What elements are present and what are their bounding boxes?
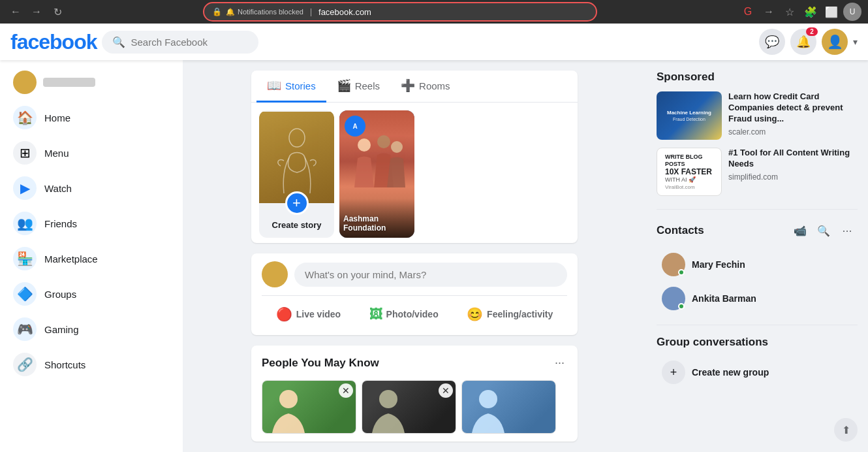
messenger-button[interactable]: 💬 <box>759 29 785 55</box>
tab-reels[interactable]: 🎬 Reels <box>326 71 390 103</box>
messenger-icon: 💬 <box>765 35 779 49</box>
back-button[interactable]: ← <box>7 3 25 21</box>
pymk-person-1-img-wrap: ✕ <box>262 381 356 433</box>
stories-tab-icon: 📖 <box>267 78 281 93</box>
search-contacts-button[interactable]: 🔍 <box>813 220 834 241</box>
contacts-more-options[interactable]: ··· <box>837 220 858 241</box>
browser-nav-buttons: ← → ↻ <box>7 3 67 21</box>
create-new-group-button[interactable]: + Create new group <box>657 357 858 388</box>
ad-item-2[interactable]: WRITE BLOG POSTS 10X FASTER WITH AI 🚀 Vi… <box>657 148 858 196</box>
address-text: facebook.com <box>318 7 588 17</box>
browser-right-icons: G → ☆ 🧩 ⬜ U <box>739 3 861 21</box>
notifications-button[interactable]: 🔔 2 <box>790 29 816 55</box>
google-icon[interactable]: G <box>739 3 757 21</box>
sidebar-user-name <box>43 78 95 87</box>
search-bar[interactable]: 🔍 <box>102 31 258 54</box>
reload-button[interactable]: ↻ <box>48 3 67 21</box>
notification-blocked-text: 🔔 Notifications blocked <box>226 8 303 16</box>
menu-icon: ⊞ <box>13 141 37 165</box>
ad-2-text: #1 Tool for All Content Writing Needs si… <box>728 148 858 196</box>
right-sidebar: Sponsored Machine Learning Fraud Detecti… <box>646 60 868 452</box>
sidebar-item-groups[interactable]: 🔷 Groups <box>5 277 178 311</box>
ad-2-image: WRITE BLOG POSTS 10X FASTER WITH AI 🚀 Vi… <box>657 148 722 196</box>
contacts-actions: 📹 🔍 ··· <box>790 220 858 241</box>
create-story-plus-icon: + <box>285 191 309 215</box>
pymk-close-2-button[interactable]: ✕ <box>439 383 453 398</box>
profile-avatar-browser[interactable]: U <box>843 3 861 21</box>
sidebar-item-marketplace[interactable]: 🏪 Marketplace <box>5 242 178 276</box>
sidebar-item-friends[interactable]: 👥 Friends <box>5 206 178 240</box>
contacts-header: Contacts 📹 🔍 ··· <box>657 220 858 241</box>
center-content: 📖 Stories 🎬 Reels ➕ Rooms <box>183 60 646 452</box>
reels-tab-icon: 🎬 <box>337 78 351 93</box>
photo-video-button[interactable]: 🖼 Photo/video <box>362 302 446 327</box>
create-story-label: Create story <box>272 220 322 230</box>
header-right-actions: 💬 🔔 2 👤 ▾ <box>759 29 858 55</box>
chevron-down-icon[interactable]: ▾ <box>853 37 858 47</box>
online-status-mary <box>678 269 685 276</box>
contact-name-mary: Mary Fechin <box>692 259 745 270</box>
create-group-label: Create new group <box>692 367 769 378</box>
share-icon[interactable]: → <box>760 3 778 21</box>
sidebar-item-label-gaming: Gaming <box>44 324 79 335</box>
left-sidebar: 🏠 Home ⊞ Menu ▶ Watch 👥 Friends 🏪 Market… <box>0 60 183 452</box>
extensions-icon[interactable]: 🧩 <box>801 3 820 21</box>
ad-1-source: scaler.com <box>728 127 858 137</box>
pymk-header: People You May Know ··· <box>262 353 567 372</box>
shortcuts-icon: 🔗 <box>13 353 37 376</box>
separator: | <box>310 7 312 16</box>
forward-button[interactable]: → <box>27 3 46 21</box>
wom-actions: 🔴 Live video 🖼 Photo/video 😊 Feeling/act… <box>262 295 567 327</box>
live-video-button[interactable]: 🔴 Live video <box>268 301 349 327</box>
sidebar-item-label-friends: Friends <box>44 218 77 229</box>
pymk-more-options[interactable]: ··· <box>552 353 567 372</box>
photo-video-icon: 🖼 <box>369 307 382 322</box>
tab-stories[interactable]: 📖 Stories <box>256 71 326 103</box>
sidebar-item-label-menu: Menu <box>44 148 69 159</box>
star-icon[interactable]: ☆ <box>781 3 799 21</box>
feeling-activity-button[interactable]: 😊 Feeling/activity <box>459 301 561 327</box>
wom-user-avatar <box>262 261 288 287</box>
address-bar[interactable]: 🔒 🔔 Notifications blocked | facebook.com <box>204 3 596 20</box>
sidebar-item-gaming[interactable]: 🎮 Gaming <box>5 312 178 346</box>
live-video-icon: 🔴 <box>276 306 292 322</box>
contact-item-mary[interactable]: Mary Fechin <box>657 249 858 280</box>
gaming-icon: 🎮 <box>13 317 37 341</box>
sidebar-item-home[interactable]: 🏠 Home <box>5 101 178 135</box>
search-input[interactable] <box>131 37 248 48</box>
live-video-label: Live video <box>296 309 341 319</box>
contact-item-ankita[interactable]: Ankita Barman <box>657 283 858 314</box>
pymk-person-3-img-wrap <box>462 381 555 433</box>
whats-on-mind-input[interactable] <box>294 263 567 287</box>
divider-2 <box>657 325 858 325</box>
pymk-person-2: ✕ <box>362 380 456 434</box>
sidebar-item-menu[interactable]: ⊞ Menu <box>5 136 178 170</box>
svg-point-5 <box>379 390 397 408</box>
feeling-activity-label: Feeling/activity <box>487 309 553 319</box>
marketplace-icon: 🏪 <box>13 247 37 270</box>
sidebar-item-shortcuts[interactable]: 🔗 Shortcuts <box>5 347 178 381</box>
user-avatar-button[interactable]: 👤 <box>822 29 848 55</box>
contact-avatar-mary <box>662 253 685 276</box>
photo-video-label: Photo/video <box>386 309 439 319</box>
bell-icon: 🔔 <box>226 8 235 16</box>
facebook-logo[interactable]: facebook <box>10 30 97 54</box>
pymk-close-1-button[interactable]: ✕ <box>339 383 353 398</box>
sidebar-item-watch[interactable]: ▶ Watch <box>5 171 178 205</box>
window-icon[interactable]: ⬜ <box>822 3 841 21</box>
reels-tab-label: Reels <box>355 80 380 91</box>
create-story-card[interactable]: + Create story <box>259 110 334 238</box>
sidebar-user-profile[interactable] <box>5 65 178 99</box>
sponsored-title: Sponsored <box>657 71 858 84</box>
tab-rooms[interactable]: ➕ Rooms <box>390 71 461 103</box>
stories-tab-label: Stories <box>285 80 316 91</box>
ad-item-1[interactable]: Machine Learning Fraud Detection Learn h… <box>657 91 858 140</box>
feeling-activity-icon: 😊 <box>467 306 483 322</box>
contact-avatar-ankita <box>662 287 685 310</box>
wom-top <box>262 261 567 287</box>
scroll-to-top-button[interactable]: ⬆ <box>834 418 858 442</box>
new-video-call-button[interactable]: 📹 <box>790 220 811 241</box>
aashman-story-avatar: A <box>345 116 365 137</box>
aashman-story-card[interactable]: A Aashman Foundation <box>339 110 414 238</box>
sponsored-section: Sponsored Machine Learning Fraud Detecti… <box>657 71 858 196</box>
